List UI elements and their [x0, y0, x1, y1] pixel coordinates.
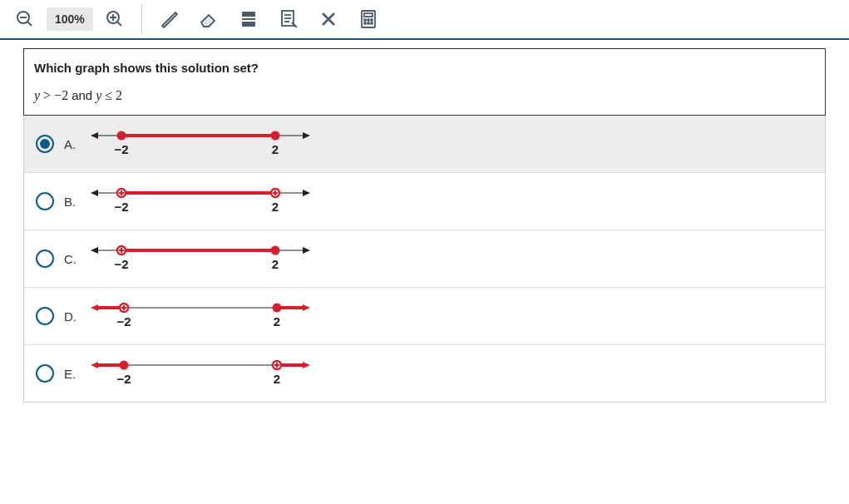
number-line-graph: −2 2 [84, 357, 317, 390]
svg-point-18 [364, 19, 366, 21]
svg-point-27 [271, 131, 280, 141]
graph-label-right: 2 [272, 142, 279, 156]
option-row-c[interactable]: C. −2 2 [24, 230, 825, 287]
svg-point-48 [273, 304, 282, 313]
question-prompt: Which graph shows this solution set? [34, 61, 815, 75]
graph-label-right: 2 [272, 257, 279, 271]
reference-tool[interactable] [230, 1, 267, 37]
svg-line-4 [117, 22, 121, 26]
svg-rect-7 [242, 12, 255, 27]
svg-point-20 [371, 19, 373, 21]
option-row-e[interactable]: E. −2 2 [24, 344, 825, 402]
svg-line-1 [27, 22, 32, 26]
graph-label-left: −2 [114, 257, 128, 271]
svg-point-52 [120, 361, 129, 370]
radio-b[interactable] [36, 192, 54, 210]
eraser-tool[interactable] [190, 1, 227, 37]
zoom-out-button[interactable] [7, 1, 43, 37]
graph-label-right: 2 [272, 200, 279, 214]
radio-c[interactable] [36, 250, 54, 268]
svg-rect-8 [242, 17, 255, 18]
options-list: A. −2 2 B. −2 2 C. −2 [23, 116, 826, 403]
svg-rect-17 [364, 13, 373, 17]
svg-point-21 [364, 22, 366, 24]
zoom-in-button[interactable] [96, 1, 133, 37]
radio-a[interactable] [36, 135, 54, 153]
option-label: A. [64, 137, 84, 151]
number-line-graph: −2 2 [84, 299, 317, 333]
option-row-d[interactable]: D. −2 2 [24, 287, 825, 344]
svg-point-41 [271, 246, 280, 255]
graph-label-left: −2 [114, 142, 128, 156]
option-label: E. [64, 367, 84, 381]
toolbar-divider [141, 4, 142, 34]
cross-out-tool[interactable] [310, 1, 347, 37]
zoom-level-display: 100% [47, 7, 93, 31]
option-label: C. [64, 252, 84, 266]
svg-point-23 [371, 22, 373, 24]
calculator-tool[interactable] [350, 1, 387, 37]
number-line-graph: −2 2 [84, 242, 317, 275]
number-line-graph: −2 2 [84, 185, 317, 218]
highlighter-tool[interactable] [151, 1, 187, 37]
graph-label-right: 2 [274, 372, 280, 386]
graph-label-left: −2 [116, 314, 131, 329]
toolbar: 100% [0, 0, 849, 40]
question-box: Which graph shows this solution set? y >… [23, 48, 826, 116]
graph-label-right: 2 [274, 314, 280, 329]
math-expression: y > −2 and y ≤ 2 [34, 88, 815, 103]
radio-d[interactable] [36, 307, 54, 325]
svg-point-26 [117, 131, 126, 141]
app-container: 100% [0, 0, 849, 403]
radio-e[interactable] [36, 364, 54, 383]
option-row-b[interactable]: B. −2 2 [24, 172, 825, 230]
option-row-a[interactable]: A. −2 2 [24, 116, 825, 172]
svg-point-19 [368, 19, 369, 21]
notes-tool[interactable] [270, 1, 307, 37]
option-label: D. [64, 309, 84, 324]
svg-point-22 [368, 22, 369, 24]
option-label: B. [64, 195, 84, 209]
number-line-graph: −2 2 [84, 127, 317, 161]
svg-rect-9 [242, 20, 255, 22]
graph-label-left: −2 [116, 372, 131, 386]
graph-label-left: −2 [114, 200, 128, 214]
